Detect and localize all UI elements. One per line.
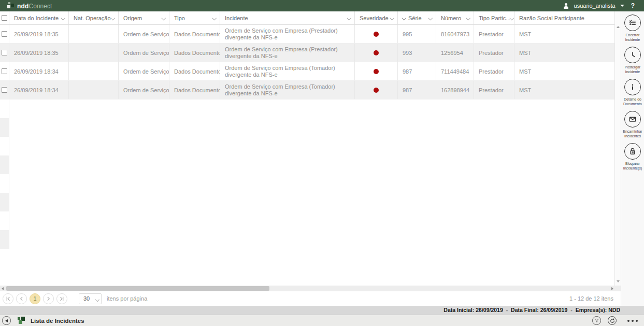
cell-tipo-partic: Prestador <box>474 44 514 62</box>
horizontal-scrollbar-thumb[interactable] <box>6 286 269 291</box>
cell-data-incidente: 26/09/2019 18:34 <box>9 62 69 80</box>
cell-razao-social: MST <box>514 81 614 99</box>
scroll-up-icon[interactable] <box>617 26 620 28</box>
column-header-origem[interactable]: Origem <box>119 11 169 24</box>
brand-name: nddConnect <box>17 1 52 10</box>
postergar-incidente-button[interactable]: Postergar Incidente <box>621 47 644 74</box>
table-row[interactable]: 26/09/2019 18:34Ordem de ServiçoDados Do… <box>0 62 614 81</box>
page-1-button[interactable]: 1 <box>30 293 40 304</box>
severity-cell <box>355 81 398 99</box>
cell-serie: 987 <box>398 62 436 80</box>
help-button[interactable]: ? <box>631 2 635 9</box>
cell-origem: Ordem de Serviço <box>119 62 169 80</box>
column-label: Número <box>441 15 461 21</box>
app-window: nddConnect usuario_analista ? Data do In… <box>0 0 644 326</box>
encerrar-incidente-button[interactable]: Encerrar Incidente <box>621 15 644 42</box>
column-header-tipo-partic[interactable]: Tipo Partic... <box>474 11 514 24</box>
funnel-icon <box>594 318 599 323</box>
empresa-value: NDD <box>608 307 620 313</box>
vertical-scrollbar[interactable] <box>614 11 621 286</box>
refresh-button[interactable] <box>608 316 617 325</box>
more-options-button[interactable] <box>627 320 638 322</box>
filter-status-bar: Data Inicial: 26/09/2019 - Data Final: 2… <box>0 306 644 315</box>
brand-logo[interactable]: nddConnect <box>7 1 52 10</box>
pagination-range-label: 1 - 12 de 12 itens <box>569 295 613 302</box>
column-header-data-incidente[interactable]: Data do Incidente <box>9 11 69 24</box>
column-menu-icon[interactable] <box>429 17 432 20</box>
row-checkbox[interactable] <box>2 68 7 74</box>
page-size-select[interactable]: 30 <box>79 293 102 304</box>
data-inicial-value: 26/09/2019 <box>476 307 503 313</box>
column-menu-icon[interactable] <box>510 17 513 20</box>
brand-name-light: Connect <box>29 3 52 10</box>
last-page-button[interactable] <box>56 293 67 304</box>
row-checkbox[interactable] <box>2 87 7 93</box>
row-select-cell <box>0 44 9 62</box>
cell-serie: 987 <box>398 81 436 99</box>
select-all-checkbox[interactable] <box>2 15 7 21</box>
action-rail: Encerrar Incidente Postergar Incidente D… <box>621 11 644 306</box>
cell-data-incidente: 26/09/2019 18:35 <box>9 44 69 62</box>
items-per-page-label: itens por página <box>107 295 147 302</box>
cell-tipo-partic: Prestador <box>474 62 514 80</box>
severity-dot-icon <box>374 88 379 93</box>
horizontal-scrollbar[interactable] <box>0 286 621 291</box>
info-icon <box>624 79 641 95</box>
lock-icon <box>624 143 641 160</box>
column-menu-icon[interactable] <box>391 17 394 20</box>
bloquear-incidentes-button[interactable]: Bloquear Incidente(s) <box>621 143 644 171</box>
column-menu-icon[interactable] <box>467 17 470 20</box>
action-label: Detalhe do Documento <box>621 97 644 106</box>
filter-button[interactable] <box>592 316 601 325</box>
column-label: Razão Social Participante <box>519 15 584 21</box>
cell-nat-operacao <box>69 62 119 80</box>
ndd-squares-icon <box>18 317 26 324</box>
first-page-button[interactable] <box>3 293 13 304</box>
chevron-down-icon <box>96 298 99 301</box>
cell-data-incidente: 26/09/2019 18:34 <box>9 81 69 99</box>
column-menu-icon[interactable] <box>348 17 351 20</box>
user-menu[interactable]: usuario_analista <box>574 3 616 9</box>
column-header-numero[interactable]: Número <box>436 11 474 24</box>
topbar-right: usuario_analista ? <box>563 2 644 9</box>
column-header-tipo[interactable]: Tipo <box>169 11 220 24</box>
next-page-button[interactable] <box>43 293 54 304</box>
column-header-razao-social[interactable]: Razão Social Participante <box>514 11 614 24</box>
empresa-label: Empresa(s): <box>576 307 607 313</box>
severity-dot-icon <box>374 32 379 37</box>
cell-nat-operacao <box>69 44 119 62</box>
data-inicial-label: Data Inicial: <box>443 307 474 313</box>
column-label: Tipo Partic... <box>479 15 510 21</box>
action-label: Encaminhar Incidentes <box>621 129 644 138</box>
column-label: Origem <box>123 15 142 21</box>
table-row[interactable]: 26/09/2019 18:35Ordem de ServiçoDados Do… <box>0 44 614 62</box>
column-menu-icon[interactable] <box>213 17 216 20</box>
column-menu-icon[interactable] <box>162 17 165 20</box>
data-final-label: Data Final: <box>511 307 539 313</box>
back-arrow-icon <box>5 319 8 322</box>
table-row[interactable]: 26/09/2019 18:34Ordem de ServiçoDados Do… <box>0 81 614 100</box>
column-header-serie[interactable]: Série <box>398 11 436 24</box>
row-checkbox[interactable] <box>2 31 7 37</box>
separator: - <box>569 307 574 313</box>
back-button[interactable] <box>2 316 11 325</box>
detalhe-documento-button[interactable]: Detalhe do Documento <box>621 79 644 106</box>
scroll-right-icon[interactable] <box>611 287 613 290</box>
previous-page-button[interactable] <box>16 293 27 304</box>
scroll-down-icon[interactable] <box>617 280 620 282</box>
page-title: Lista de Incidentes <box>31 318 84 324</box>
row-checkbox[interactable] <box>2 50 7 55</box>
chevron-down-icon[interactable] <box>620 5 624 7</box>
severity-cell <box>355 44 398 62</box>
column-menu-icon[interactable] <box>62 17 65 20</box>
encaminhar-incidentes-button[interactable]: Encaminhar Incidentes <box>621 111 644 138</box>
action-label: Bloquear Incidente(s) <box>621 161 644 171</box>
column-menu-icon[interactable] <box>111 17 115 20</box>
column-header-nat-operacao[interactable]: Nat. Operação <box>69 11 119 24</box>
column-header-incidente[interactable]: Incidente <box>220 11 355 24</box>
scroll-left-icon[interactable] <box>2 287 4 290</box>
cell-razao-social: MST <box>514 44 614 62</box>
table-row[interactable]: 26/09/2019 18:35Ordem de ServiçoDados Do… <box>0 25 614 44</box>
column-header-severidade[interactable]: Severidade <box>355 11 398 24</box>
column-label: Incidente <box>225 15 248 21</box>
